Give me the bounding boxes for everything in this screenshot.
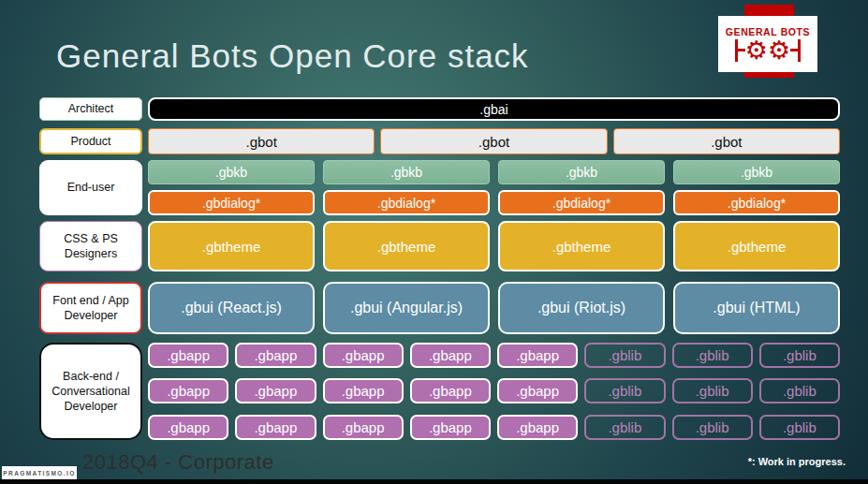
row-gbdialog: .gbdialog* .gbdialog* .gbdialog* .gbdial… xyxy=(148,190,840,215)
row-gbkb: .gbkb .gbkb .gbkb .gbkb xyxy=(148,160,840,184)
gbapp-block: .gbapp xyxy=(235,343,316,368)
gbot-block: .gbot xyxy=(613,128,840,154)
gears-icon: ⚙ ⚙ xyxy=(735,38,801,63)
gbtheme-block: .gbtheme xyxy=(673,221,840,271)
gbtheme-block: .gbtheme xyxy=(148,221,315,271)
row-gbapp-3: .gbapp .gbapp .gbapp .gbapp .gbapp .gbli… xyxy=(148,415,840,440)
row-gbapp-1: .gbapp .gbapp .gbapp .gbapp .gbapp .gbli… xyxy=(148,343,840,368)
gbapp-block: .gbapp xyxy=(148,378,228,403)
gbapp-block: .gbapp xyxy=(235,415,316,440)
gbdialog-block: .gbdialog* xyxy=(498,190,665,215)
gblib-block: .gblib xyxy=(584,343,665,368)
gbui-riot-block: .gbui (Riot.js) xyxy=(498,282,665,334)
gbapp-block: .gbapp xyxy=(323,343,404,368)
logo-wordmark: GENERAL BOTS xyxy=(726,26,810,37)
gbapp-block: .gbapp xyxy=(148,415,228,440)
gbapp-block: .gbapp xyxy=(410,378,491,403)
gbkb-block: .gbkb xyxy=(323,160,490,184)
row-gbot: .gbot .gbot .gbot xyxy=(148,128,840,154)
gbkb-block: .gbkb xyxy=(148,160,315,184)
gbapp-block: .gbapp xyxy=(323,378,404,403)
gbdialog-block: .gbdialog* xyxy=(673,190,840,215)
gblib-block: .gblib xyxy=(584,378,665,403)
work-in-progress-note: *: Work in progress. xyxy=(748,456,846,467)
gbtheme-block: .gbtheme xyxy=(323,221,490,271)
row-label-architect: Architect xyxy=(39,97,142,121)
row-gbapp-2: .gbapp .gbapp .gbapp .gbapp .gbapp .gbli… xyxy=(148,378,840,403)
gblib-block: .gblib xyxy=(759,415,840,440)
gbapp-block: .gbapp xyxy=(148,343,228,368)
gear-icon: ⚙ xyxy=(745,38,768,63)
gbkb-block: .gbkb xyxy=(498,160,665,184)
gbtheme-block: .gbtheme xyxy=(498,221,665,271)
gbapp-block: .gbapp xyxy=(410,343,491,368)
footer-caption: 2018Q4 - Corporate xyxy=(82,450,274,475)
gblib-block: .gblib xyxy=(672,415,753,440)
row-gbai: .gbai xyxy=(148,97,840,121)
gbui-angular-block: .gbui (Angular.js) xyxy=(323,282,490,334)
gbapp-block: .gbapp xyxy=(235,378,316,403)
gbui-react-block: .gbui (React.js) xyxy=(148,282,315,334)
gbot-block: .gbot xyxy=(148,128,375,154)
gbai-block: .gbai xyxy=(148,97,840,121)
gblib-block: .gblib xyxy=(672,343,753,368)
gbkb-block: .gbkb xyxy=(673,160,840,184)
pragmatismo-logo: PRAGMATISMO.IO xyxy=(2,466,77,480)
axle-left-icon xyxy=(735,49,745,51)
gear-icon: ⚙ xyxy=(768,38,790,63)
row-label-front-end-app-developer: Font end / App Developer xyxy=(39,282,142,334)
axle-right-icon xyxy=(790,49,801,51)
slide-bottom-edge xyxy=(0,479,868,484)
gbdialog-block: .gbdialog* xyxy=(148,190,315,215)
gbapp-block: .gbapp xyxy=(497,343,578,368)
row-label-css-ps-designers: CSS & PS Designers xyxy=(39,221,142,271)
gblib-block: .gblib xyxy=(672,378,753,403)
gbot-block: .gbot xyxy=(380,128,607,154)
page-title: General Bots Open Core stack xyxy=(56,37,529,75)
gbdialog-block: .gbdialog* xyxy=(323,190,490,215)
row-gbui: .gbui (React.js) .gbui (Angular.js) .gbu… xyxy=(148,282,840,334)
row-label-back-end-conversational-developer: Back-end / Conversational Developer xyxy=(39,343,142,440)
row-label-product: Product xyxy=(39,128,142,154)
gbapp-block: .gbapp xyxy=(497,415,578,440)
gbapp-block: .gbapp xyxy=(323,415,404,440)
gbapp-block: .gbapp xyxy=(497,378,578,403)
gbapp-block: .gbapp xyxy=(410,415,491,440)
gblib-block: .gblib xyxy=(759,378,840,403)
gbui-html-block: .gbui (HTML) xyxy=(673,282,840,334)
gblib-block: .gblib xyxy=(584,415,665,440)
row-gbtheme: .gbtheme .gbtheme .gbtheme .gbtheme xyxy=(148,221,840,271)
gblib-block: .gblib xyxy=(759,343,840,368)
slide-canvas: General Bots Open Core stack GENERAL BOT… xyxy=(0,0,868,484)
row-label-end-user: End-user xyxy=(39,160,142,215)
general-bots-logo: GENERAL BOTS ⚙ ⚙ xyxy=(718,16,817,72)
